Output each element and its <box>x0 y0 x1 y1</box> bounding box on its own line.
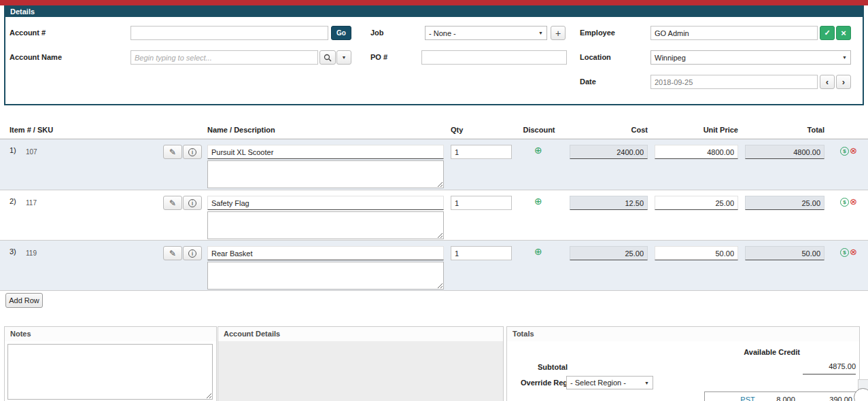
item-info-button[interactable]: i <box>183 196 202 210</box>
employee-label: Employee <box>580 26 615 40</box>
chevron-down-icon: ▼ <box>644 381 649 385</box>
edit-item-button[interactable]: ✎ <box>163 246 182 260</box>
row-number: 3) <box>10 247 16 256</box>
employee-clear-button[interactable]: × <box>836 26 851 40</box>
override-region-value: - Select Region - <box>570 379 626 387</box>
location-select[interactable]: Winnipeg ▼ <box>650 50 851 65</box>
tax-rate: 8.000 <box>765 392 807 401</box>
item-description-textarea[interactable] <box>207 262 444 290</box>
chevron-down-icon: ▼ <box>842 55 847 60</box>
date-label: Date <box>580 75 596 89</box>
details-panel-title: Details <box>5 7 863 17</box>
order-entry-screen: Details Account # Go Account Name ▼ Job … <box>0 0 868 401</box>
employee-input[interactable] <box>650 26 818 40</box>
po-number-input[interactable] <box>421 50 567 65</box>
info-icon: i <box>188 148 196 156</box>
pencil-icon: ✎ <box>169 249 176 258</box>
edit-item-button[interactable]: ✎ <box>163 145 182 159</box>
add-discount-icon[interactable]: ⊕ <box>534 145 542 155</box>
pencil-icon: ✎ <box>169 198 176 208</box>
currency-icon[interactable]: $ <box>840 248 849 257</box>
delete-row-icon[interactable]: ⊗ <box>850 197 857 206</box>
date-prev-button[interactable]: ‹ <box>820 75 835 89</box>
row-total-input[interactable] <box>745 196 824 210</box>
item-row: 3) 119 ✎ i ⊕ $ ⊗ <box>0 241 868 291</box>
unit-price-input[interactable] <box>655 145 738 159</box>
info-icon: i <box>188 249 196 258</box>
date-next-button[interactable]: › <box>836 75 851 89</box>
account-details-title: Account Details <box>218 327 503 341</box>
top-accent-bar <box>0 0 868 5</box>
notes-title: Notes <box>5 327 216 341</box>
row-total-input[interactable] <box>745 246 824 260</box>
details-panel: Details Account # Go Account Name ▼ Job … <box>4 5 864 105</box>
pencil-icon: ✎ <box>169 147 176 157</box>
close-icon: × <box>841 28 846 38</box>
delete-row-icon[interactable]: ⊗ <box>850 247 857 256</box>
item-name-input[interactable] <box>207 246 444 260</box>
subtotal-value: 4875.00 <box>803 360 856 374</box>
info-icon: i <box>188 199 196 207</box>
tax-name-link[interactable]: PST <box>731 392 765 401</box>
override-region-select[interactable]: - Select Region - ▼ <box>566 376 653 389</box>
notes-panel: Notes <box>4 326 217 401</box>
job-select-value: - None - <box>429 29 456 37</box>
totals-panel: Totals Available Credit Subtotal 4875.00… <box>506 326 860 401</box>
row-sku: 117 <box>26 199 37 207</box>
date-input[interactable] <box>650 75 818 89</box>
item-row: 1) 107 ✎ i ⊕ $ ⊗ <box>0 139 868 190</box>
qty-input[interactable] <box>451 145 512 159</box>
po-number-label: PO # <box>370 50 387 65</box>
header-item-sku: Item # / SKU <box>10 126 53 134</box>
tax-amount: 390.00 <box>807 392 858 401</box>
add-row-button[interactable]: Add Row <box>5 293 43 308</box>
cost-input[interactable] <box>570 246 648 260</box>
job-select[interactable]: - None - ▼ <box>425 26 547 40</box>
add-job-button[interactable]: + <box>551 26 566 40</box>
add-discount-icon[interactable]: ⊕ <box>534 247 542 256</box>
subtotal-label: Subtotal <box>538 363 568 371</box>
cost-input[interactable] <box>570 145 648 159</box>
location-label: Location <box>580 50 611 65</box>
header-qty: Qty <box>451 126 463 134</box>
go-button[interactable]: Go <box>331 26 351 40</box>
chevron-right-icon: › <box>842 77 845 86</box>
qty-input[interactable] <box>451 196 512 210</box>
plus-icon: + <box>555 28 561 39</box>
item-description-textarea[interactable] <box>207 211 444 239</box>
header-discount: Discount <box>519 126 559 134</box>
account-search-button[interactable] <box>319 50 336 65</box>
account-number-input[interactable] <box>131 26 328 40</box>
cost-input[interactable] <box>570 196 648 210</box>
row-sku: 119 <box>26 249 37 257</box>
qty-input[interactable] <box>451 246 512 260</box>
row-sku: 107 <box>26 148 37 156</box>
account-name-input[interactable] <box>131 50 318 65</box>
item-name-input[interactable] <box>207 145 444 159</box>
currency-icon[interactable]: $ <box>840 198 849 207</box>
delete-row-icon[interactable]: ⊗ <box>850 146 857 155</box>
add-discount-icon[interactable]: ⊕ <box>534 196 542 206</box>
tax-row-spacer <box>705 392 731 401</box>
currency-icon[interactable]: $ <box>840 147 849 156</box>
account-search-options-button[interactable]: ▼ <box>336 50 351 65</box>
employee-confirm-button[interactable]: ✓ <box>820 26 835 40</box>
search-icon <box>324 54 332 62</box>
item-row: 2) 117 ✎ i ⊕ $ ⊗ <box>0 190 868 241</box>
item-info-button[interactable]: i <box>183 246 202 260</box>
line-items-header: Item # / SKU Name / Description Qty Disc… <box>0 121 868 139</box>
chevron-down-icon: ▼ <box>342 55 347 60</box>
totals-title: Totals <box>507 327 859 341</box>
item-name-input[interactable] <box>207 196 444 210</box>
notes-textarea[interactable] <box>7 344 213 400</box>
unit-price-input[interactable] <box>655 196 738 210</box>
row-total-input[interactable] <box>745 145 824 159</box>
chevron-down-icon: ▼ <box>538 31 543 35</box>
chat-bubble-button[interactable] <box>854 388 868 401</box>
item-description-textarea[interactable] <box>207 160 444 188</box>
header-cost: Cost <box>585 126 648 134</box>
unit-price-input[interactable] <box>655 246 738 260</box>
chevron-left-icon: ‹ <box>826 77 829 86</box>
item-info-button[interactable]: i <box>183 145 202 159</box>
edit-item-button[interactable]: ✎ <box>163 196 182 210</box>
